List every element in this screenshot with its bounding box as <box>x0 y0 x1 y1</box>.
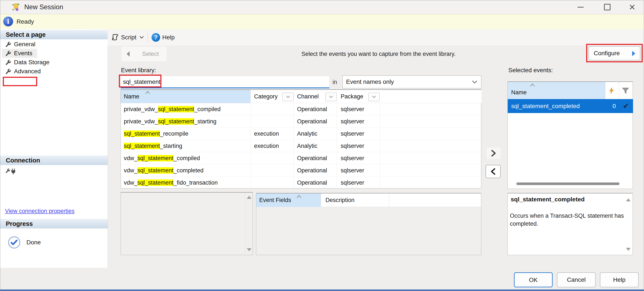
horizontal-scrollbar-thumb[interactable] <box>516 182 620 185</box>
sidebar-item-advanced[interactable]: Advanced <box>0 67 108 76</box>
name-column-label: Name <box>124 90 139 103</box>
column-header-channel[interactable]: Channel <box>297 90 319 103</box>
help-button[interactable]: Help <box>600 272 639 287</box>
selected-events-table: Name sql_statement_completed 0 ✔ <box>508 82 633 189</box>
column-header-package[interactable]: Package <box>341 90 363 103</box>
package-filter-button[interactable] <box>368 93 380 101</box>
wrench-icon <box>5 41 12 48</box>
sort-ascending-icon <box>145 91 150 94</box>
progress-status: Done <box>26 236 41 249</box>
event-search-input[interactable] <box>120 76 330 88</box>
event-name-pre: vdw_ <box>124 167 137 174</box>
event-name-post: _compiled <box>194 106 220 112</box>
event-row[interactable]: vdw_sql_statement_completed Operational … <box>121 164 482 177</box>
event-name-match: sql_statement <box>124 143 160 149</box>
sidebar-item-label: General <box>14 40 36 49</box>
event-name-match: sql_statement <box>137 180 174 186</box>
event-row[interactable]: sql_statement_recompile execution Analyt… <box>121 128 482 140</box>
event-library-label: Event library: <box>121 66 156 74</box>
event-name-match: sql_statement <box>137 155 174 162</box>
channel-filter-button[interactable] <box>326 93 336 101</box>
status-bar: i Ready <box>0 14 644 30</box>
event-name-post: _recompile <box>160 130 188 137</box>
configure-button[interactable]: Configure <box>588 46 640 60</box>
connection-plug-icon <box>5 168 16 177</box>
configure-label: Configure <box>594 47 620 60</box>
forward-arrow-icon <box>631 50 636 56</box>
event-row[interactable]: private_vdw_sql_statement_starting Opera… <box>121 116 482 128</box>
event-name-post: _fido_transaction <box>174 180 218 186</box>
event-row[interactable]: private_vdw_sql_statement_compiled Opera… <box>121 103 482 116</box>
filter-funnel-icon[interactable] <box>621 86 630 95</box>
column-header-description[interactable]: Description <box>326 194 354 207</box>
scroll-down-icon[interactable] <box>247 248 252 252</box>
category-filter-button[interactable] <box>282 93 294 101</box>
window-title: New Session <box>24 0 63 14</box>
event-row[interactable]: vdw_sql_statement_compiled Operational s… <box>121 152 482 164</box>
sidebar-item-label: Events <box>14 49 32 58</box>
event-package: sqlserver <box>341 140 364 152</box>
event-name-post: _compiled <box>174 155 200 162</box>
event-row[interactable]: vdw_sql_statement_fido_transaction Opera… <box>121 177 482 189</box>
event-channel: Operational <box>297 103 327 116</box>
minimize-button[interactable] <box>571 0 590 14</box>
script-dropdown-icon[interactable] <box>140 36 144 39</box>
scroll-up-icon[interactable] <box>626 198 631 202</box>
add-event-button[interactable] <box>486 148 501 159</box>
event-name-match: sql_statement <box>158 118 194 125</box>
event-category: execution <box>254 128 279 140</box>
event-description-title: sql_statement_completed <box>511 196 585 203</box>
event-fields-table: Event Fields Description <box>256 193 481 255</box>
ok-button[interactable]: OK <box>514 272 553 287</box>
view-connection-properties-link[interactable]: View connection properties <box>5 208 74 214</box>
sidebar-item-label: Advanced <box>14 67 41 76</box>
wrench-icon <box>5 50 12 57</box>
event-description-text: Occurs when a Transact-SQL statement has… <box>510 212 627 228</box>
event-category: execution <box>254 140 279 152</box>
event-name-match: sql_statement <box>158 106 194 112</box>
header-divider <box>389 194 389 207</box>
selected-event-check-icon: ✔ <box>619 99 633 113</box>
event-name-match: sql_statement <box>137 167 174 174</box>
event-channel: Operational <box>297 116 327 128</box>
sidebar-item-events[interactable]: Events <box>0 49 108 58</box>
sidebar-item-data-storage[interactable]: Data Storage <box>0 58 108 67</box>
in-label: in <box>332 76 337 88</box>
sidebar: Select a page General Events Data Storag… <box>0 29 108 268</box>
selected-name-label: Name <box>511 86 527 99</box>
script-button[interactable]: Script <box>121 29 136 46</box>
event-name-post: _starting <box>160 143 182 149</box>
remove-event-button[interactable] <box>486 165 501 178</box>
help-toolbar-button[interactable]: Help <box>162 29 175 46</box>
search-scope-dropdown[interactable]: Event names only <box>342 76 481 88</box>
cancel-button[interactable]: Cancel <box>557 272 596 287</box>
maximize-button[interactable] <box>598 0 617 14</box>
selected-column-header-name[interactable]: Name <box>508 82 605 99</box>
event-name-post: _starting <box>194 118 216 125</box>
wrench-icon <box>5 59 12 66</box>
event-row[interactable]: sql_statement_starting execution Analyti… <box>121 140 482 152</box>
lightning-icon[interactable] <box>608 86 615 95</box>
scroll-down-icon[interactable] <box>626 248 631 251</box>
column-header-name[interactable]: Name <box>121 90 251 103</box>
scroll-up-icon[interactable] <box>247 196 252 199</box>
connection-header: Connection <box>0 156 108 165</box>
column-header-category[interactable]: Category <box>254 90 278 103</box>
close-button[interactable] <box>622 0 642 14</box>
help-question-icon[interactable]: ? <box>152 33 160 42</box>
minimize-icon <box>578 7 584 8</box>
close-icon <box>629 4 636 10</box>
event-name-pre: private_vdw_ <box>124 118 158 125</box>
sidebar-item-general[interactable]: General <box>0 40 108 49</box>
header-divider <box>321 194 321 207</box>
main-toolbar <box>108 29 644 46</box>
column-header-event-fields[interactable]: Event Fields <box>256 194 321 207</box>
event-package: sqlserver <box>341 103 364 116</box>
wrench-icon <box>5 68 12 75</box>
event-package: sqlserver <box>341 152 364 164</box>
library-table-header: Name Category Channel Package <box>121 90 482 103</box>
event-name-match: sql_statement <box>124 130 160 137</box>
script-scroll-icon[interactable] <box>111 33 119 42</box>
selected-event-row[interactable]: sql_statement_completed 0 ✔ <box>508 99 633 113</box>
select-back-button[interactable]: Select <box>122 47 166 61</box>
